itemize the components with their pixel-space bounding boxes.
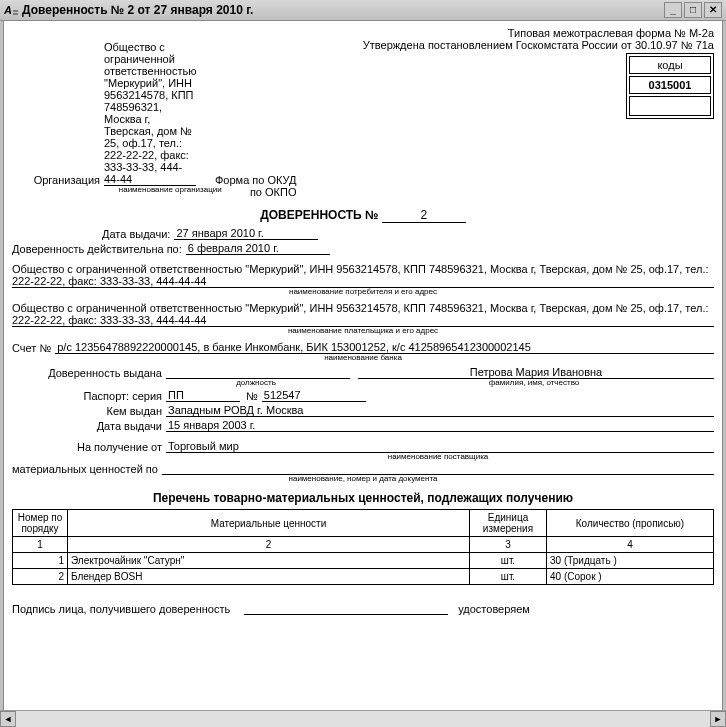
name-hint: фамилия, имя, отчество (354, 378, 714, 387)
receive-from-label: На получение от (12, 441, 166, 453)
okpo-value (629, 96, 711, 116)
confirm-label: удостоверяем (458, 603, 534, 615)
titlebar[interactable]: A Доверенность № 2 от 27 января 2010 г. … (0, 0, 726, 21)
signature-line (244, 614, 448, 615)
cell-name: Электрочайник "Сатурн" (68, 553, 470, 569)
passport-series: ПП (166, 389, 240, 402)
org-label: Организация (12, 174, 104, 186)
col-num: Номер по порядку (13, 510, 68, 537)
valid-until-value: 6 февраля 2010 г. (186, 242, 330, 255)
org-text: Общество с ограниченной ответственностью… (104, 41, 196, 186)
cell-num: 2 (13, 569, 68, 585)
cell-qty: 40 (Сорок ) (547, 569, 714, 585)
window-title: Доверенность № 2 от 27 января 2010 г. (22, 3, 662, 17)
passport-num-label: № (240, 390, 262, 402)
valid-until-label: Доверенность действительна по: (12, 243, 186, 255)
doc-title-label: ДОВЕРЕННОСТЬ № (260, 208, 378, 222)
signature-label: Подпись лица, получившего доверенность (12, 603, 234, 615)
codes-caption: коды (629, 56, 711, 74)
col-unit: Единица измерения (470, 510, 547, 537)
table-header-row: Номер по порядку Материальные ценности Е… (13, 510, 714, 537)
colnum-1: 1 (13, 537, 68, 553)
receive-by-hint: наименование, номер и дата документа (12, 474, 714, 483)
consumer-hint: наименование потребителя и его адрес (12, 287, 714, 296)
cell-num: 1 (13, 553, 68, 569)
position-hint: должность (166, 378, 346, 387)
issued-by-value: Западным РОВД г. Москва (166, 404, 714, 417)
minimize-button[interactable]: _ (664, 2, 682, 18)
app-window: A Доверенность № 2 от 27 января 2010 г. … (0, 0, 726, 727)
person-issue-date-label: Дата выдачи (12, 420, 166, 432)
issue-date-value: 27 января 2010 г. (174, 227, 318, 240)
issue-date-label: Дата выдачи: (102, 228, 174, 240)
document-viewport: Типовая межотраслевая форма № М-2а Утвер… (3, 20, 723, 711)
cell-name: Блендер BOSH (68, 569, 470, 585)
receive-from-hint: наименование поставщика (162, 452, 714, 461)
header-right: Типовая межотраслевая форма № М-2а Утвер… (363, 27, 714, 119)
consumer-text: Общество с ограниченной ответственностью… (12, 263, 714, 288)
doc-number: 2 (382, 208, 466, 223)
payer-hint: наименование плательщика и его адрес (12, 326, 714, 335)
issued-to-label: Доверенность выдана (12, 367, 166, 379)
cell-unit: шт. (470, 569, 547, 585)
scroll-right-button[interactable]: ► (710, 711, 726, 727)
okpo-label: по ОКПО (240, 186, 300, 198)
maximize-button[interactable]: □ (684, 2, 702, 18)
passport-num: 512547 (262, 389, 366, 402)
account-hint: наименование банка (12, 353, 714, 362)
account-label: Счет № (12, 342, 55, 354)
receive-by-value (162, 474, 714, 475)
cell-unit: шт. (470, 553, 547, 569)
svg-text:A: A (4, 4, 12, 16)
person-issue-date-value: 15 января 2003 г. (166, 419, 714, 432)
col-name: Материальные ценности (68, 510, 470, 537)
issued-by-label: Кем выдан (12, 405, 166, 417)
codes-box: коды 0315001 (626, 53, 714, 119)
close-button[interactable]: ✕ (704, 2, 722, 18)
form-approved-text: Утверждена постановлением Госкомстата Ро… (363, 39, 714, 51)
colnum-2: 2 (68, 537, 470, 553)
table-caption: Перечень товарно-материальных ценностей,… (12, 491, 714, 505)
colnum-3: 3 (470, 537, 547, 553)
table-row: 1 Электрочайник "Сатурн" шт. 30 (Тридцат… (13, 553, 714, 569)
col-qty: Количество (прописью) (547, 510, 714, 537)
scroll-left-button[interactable]: ◄ (0, 711, 16, 727)
colnum-4: 4 (547, 537, 714, 553)
table-row: 2 Блендер BOSH шт. 40 (Сорок ) (13, 569, 714, 585)
payer-text: Общество с ограниченной ответственностью… (12, 302, 714, 327)
doc-title-row: ДОВЕРЕННОСТЬ № 2 (12, 208, 714, 223)
receive-by-label: материальных ценностей по (12, 463, 162, 475)
items-table: Номер по порядку Материальные ценности Е… (12, 509, 714, 585)
cell-qty: 30 (Тридцать ) (547, 553, 714, 569)
okud-value: 0315001 (629, 76, 711, 94)
table-colnum-row: 1 2 3 4 (13, 537, 714, 553)
org-hint: наименование организации (100, 185, 240, 198)
horizontal-scrollbar[interactable]: ◄ ► (0, 710, 726, 727)
form-type-text: Типовая межотраслевая форма № М-2а (363, 27, 714, 39)
app-icon: A (4, 3, 18, 17)
passport-label: Паспорт: серия (12, 390, 166, 402)
